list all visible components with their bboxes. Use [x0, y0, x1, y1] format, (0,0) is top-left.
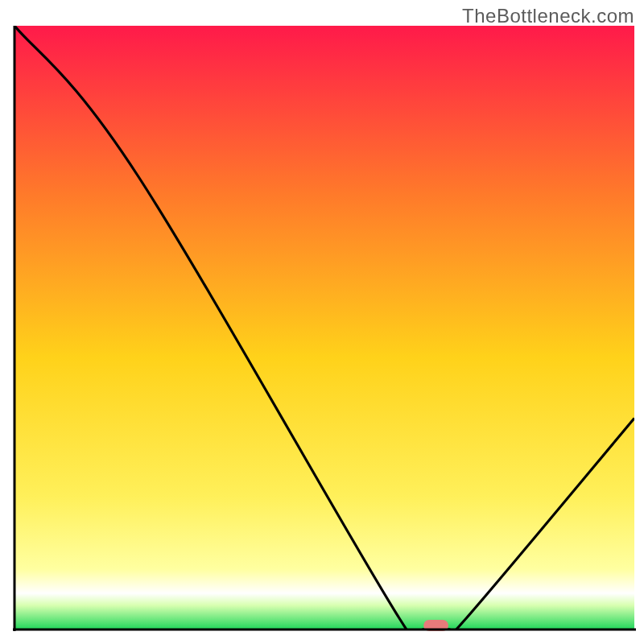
chart-container: { "watermark": "TheBottleneck.com", "col…	[0, 0, 644, 644]
plot-background	[14, 26, 634, 630]
chart-svg	[0, 0, 644, 644]
watermark-text: TheBottleneck.com	[462, 5, 634, 27]
